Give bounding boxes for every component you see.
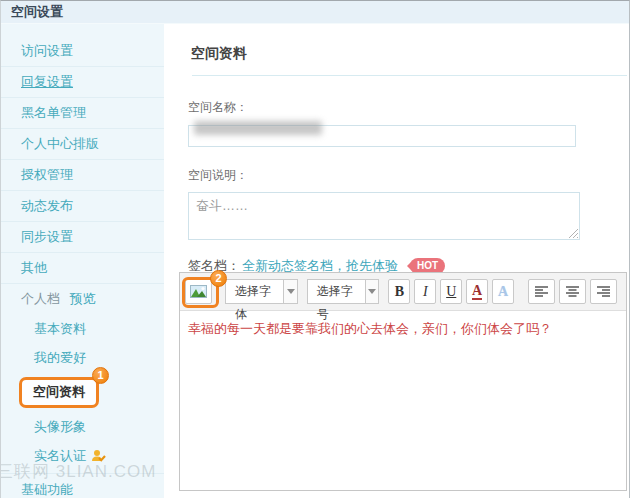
font-size-value: 选择字号	[307, 279, 365, 304]
space-desc-textarea[interactable]: 奋斗……	[188, 192, 580, 240]
preview-link[interactable]: 预览	[70, 291, 96, 306]
page-title: 空间设置	[11, 3, 63, 21]
underline-button[interactable]: U	[440, 279, 462, 304]
space-desc-label: 空间说明：	[188, 167, 629, 184]
sidebar-item-other[interactable]: 其他	[1, 253, 164, 284]
sidebar-item-label: 授权管理	[21, 167, 73, 182]
space-desc-value: 奋斗……	[196, 198, 248, 213]
sidebar-item-avatar-image[interactable]: 头像形象	[1, 412, 164, 441]
sidebar-item-authorization[interactable]: 授权管理	[1, 160, 164, 191]
sidebar-item-label: 我的爱好	[34, 350, 86, 365]
editor-content-area[interactable]: 幸福的每一天都是要靠我们的心去体会，亲们，你们体会了吗？	[180, 311, 626, 490]
font-size-select[interactable]: 选择字号	[307, 279, 380, 304]
sidebar-item-label: 访问设置	[21, 43, 73, 58]
highlight-color-button[interactable]: A	[492, 279, 514, 304]
chevron-down-icon[interactable]	[365, 279, 379, 304]
sidebar-group-personal-file: 个人档 预览	[1, 284, 164, 314]
sidebar-item-label: 个人中心排版	[21, 136, 99, 151]
sidebar-item-realname-verify[interactable]: 实名认证	[1, 441, 164, 470]
verified-user-icon	[91, 449, 106, 463]
align-right-button[interactable]	[590, 279, 617, 304]
signature-editor: 2 选择字体 选择字号 B I U A A	[179, 272, 627, 491]
sidebar-item-space-info[interactable]: 空间资料 1	[1, 372, 164, 412]
sidebar-item-label: 实名认证	[34, 441, 86, 470]
space-name-input[interactable]	[188, 125, 576, 147]
bold-button[interactable]: B	[388, 279, 410, 304]
font-family-select[interactable]: 选择字体	[225, 279, 298, 304]
resize-handle-icon[interactable]	[568, 228, 578, 238]
sidebar-item-label: 空间资料	[33, 384, 85, 399]
active-item-highlight-box[interactable]: 空间资料 1	[19, 377, 99, 408]
align-left-button[interactable]	[528, 279, 555, 304]
font-color-button[interactable]: A	[466, 279, 488, 304]
sidebar-item-access-settings[interactable]: 访问设置	[1, 36, 164, 67]
sidebar-item-label: 基本资料	[34, 321, 86, 336]
sidebar-item-label: 黑名单管理	[21, 105, 86, 120]
sidebar-item-sync-settings[interactable]: 同步设置	[1, 222, 164, 253]
step-1-badge: 1	[92, 367, 109, 384]
main-content: 空间资料 空间名称： 空间说明： 奋斗…… 签名档： 全新动态签名档，抢先体验 …	[164, 24, 629, 498]
font-family-value: 选择字体	[225, 279, 283, 304]
editor-toolbar: 2 选择字体 选择字号 B I U A A	[180, 273, 626, 311]
sidebar-item-reply-settings[interactable]: 回复设置	[1, 67, 164, 98]
sidebar-item-feed-publish[interactable]: 动态发布	[1, 191, 164, 222]
image-icon	[190, 285, 207, 298]
page-heading: 空间资料	[191, 45, 629, 63]
sidebar-item-basic-info[interactable]: 基本资料	[1, 314, 164, 343]
align-center-button[interactable]	[559, 279, 586, 304]
align-right-icon	[597, 286, 610, 297]
space-name-label: 空间名称：	[188, 99, 629, 116]
sidebar: 访问设置 回复设置 黑名单管理 个人中心排版 授权管理 动态发布 同步设置 其他…	[1, 24, 164, 498]
align-left-icon	[535, 286, 548, 297]
sidebar-item-label: 头像形象	[34, 419, 86, 434]
chevron-down-icon[interactable]	[283, 279, 297, 304]
space-settings-window: 空间设置 访问设置 回复设置 黑名单管理 个人中心排版 授权管理 动态发布 同步…	[0, 0, 630, 498]
sidebar-nav: 访问设置 回复设置 黑名单管理 个人中心排版 授权管理 动态发布 同步设置 其他…	[1, 24, 164, 498]
sidebar-item-basic-functions[interactable]: 基础功能	[1, 473, 164, 498]
masked-value-blur	[194, 121, 322, 135]
align-center-icon	[566, 286, 579, 297]
insert-image-button[interactable]	[185, 279, 212, 304]
sidebar-item-label: 其他	[21, 260, 47, 275]
sidebar-item-label: 基础功能	[21, 482, 73, 497]
window-titlebar: 空间设置	[1, 1, 629, 24]
heading-divider	[192, 75, 627, 76]
font-color-glyph: A	[472, 284, 482, 300]
sidebar-item-label: 回复设置	[21, 74, 73, 89]
group-label: 个人档	[21, 291, 60, 306]
sidebar-item-label: 同步设置	[21, 229, 73, 244]
italic-button[interactable]: I	[414, 279, 436, 304]
sidebar-item-my-hobbies[interactable]: 我的爱好	[1, 343, 164, 372]
sidebar-item-personal-center-layout[interactable]: 个人中心排版	[1, 129, 164, 160]
sidebar-item-blacklist[interactable]: 黑名单管理	[1, 98, 164, 129]
sidebar-item-label: 动态发布	[21, 198, 73, 213]
alignment-buttons	[528, 279, 621, 304]
